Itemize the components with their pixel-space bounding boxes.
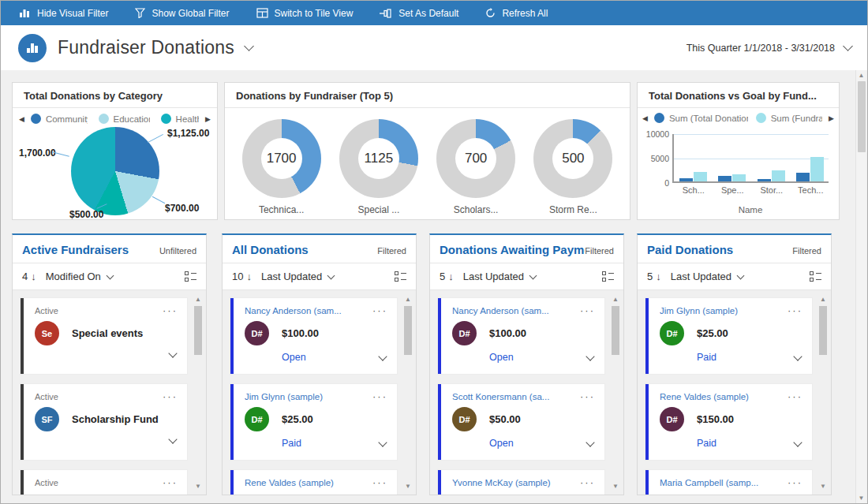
sort-field-label[interactable]: Last Updated: [261, 271, 322, 282]
detail-list-icon[interactable]: [602, 271, 614, 282]
status-link[interactable]: Open: [282, 352, 306, 363]
scroll-down-icon[interactable]: ▼: [610, 482, 621, 491]
bar[interactable]: [718, 176, 731, 181]
legend-left-arrow-icon[interactable]: ◀: [19, 115, 24, 123]
fundraiser-tile[interactable]: Active···: [21, 470, 187, 495]
legend-entry[interactable]: Sum (Fundrais: [756, 113, 822, 123]
list-scrollbar-thumb[interactable]: [612, 306, 619, 355]
scroll-up-icon[interactable]: ▲: [402, 295, 413, 304]
scroll-up-icon[interactable]: ▲: [856, 71, 866, 80]
more-options-icon[interactable]: ···: [788, 480, 803, 486]
sort-field-label[interactable]: Last Updated: [463, 271, 524, 282]
expand-chevron-icon[interactable]: [168, 349, 177, 357]
sort-direction-icon[interactable]: ↓: [246, 271, 252, 282]
list-scrollbar[interactable]: ▲▼: [193, 293, 204, 493]
dashboard-selector-chevron-icon[interactable]: [244, 41, 254, 51]
more-options-icon[interactable]: ···: [163, 394, 178, 400]
list-title[interactable]: All Donations: [232, 243, 377, 256]
bar-group[interactable]: [758, 170, 785, 181]
detail-list-icon[interactable]: [185, 271, 196, 282]
set-as-default-button[interactable]: Set As Default: [366, 1, 472, 25]
bar[interactable]: [758, 179, 771, 181]
scroll-down-icon[interactable]: ▼: [856, 494, 866, 503]
fundraiser-tile[interactable]: Active···SeSpecial events: [21, 298, 187, 374]
sort-direction-icon[interactable]: ↓: [31, 271, 36, 282]
fundraiser-tile[interactable]: Active···SFScholarship Fund: [21, 384, 187, 460]
bar-chart[interactable]: 0500010000Sch...Spe...Stor...Tech... Nam…: [638, 123, 839, 233]
expand-chevron-icon[interactable]: [378, 352, 387, 360]
more-options-icon[interactable]: ···: [580, 394, 595, 400]
bar-group[interactable]: [679, 172, 707, 181]
status-link[interactable]: Paid: [282, 438, 301, 449]
legend-left-arrow-icon[interactable]: ◀: [642, 114, 648, 122]
page-scrollbar[interactable]: ▲ ▼: [855, 70, 866, 504]
bar[interactable]: [694, 172, 707, 181]
record-name-link[interactable]: Jim Glynn (sample): [245, 392, 372, 401]
expand-chevron-icon[interactable]: [793, 438, 802, 446]
more-options-icon[interactable]: ···: [163, 308, 178, 314]
list-title[interactable]: Paid Donations: [647, 243, 792, 256]
sort-chevron-icon[interactable]: [529, 271, 537, 279]
legend-right-arrow-icon[interactable]: ▶: [829, 114, 834, 122]
expand-chevron-icon[interactable]: [378, 438, 387, 446]
list-scrollbar-thumb[interactable]: [194, 306, 202, 355]
record-name-link[interactable]: Yvonne McKay (sample): [452, 478, 580, 487]
more-options-icon[interactable]: ···: [372, 480, 387, 486]
date-range-chevron-icon[interactable]: [843, 41, 853, 51]
bar[interactable]: [679, 178, 693, 181]
hide-visual-filter-button[interactable]: Hide Visual Filter: [6, 1, 122, 25]
legend-entry[interactable]: Health: [161, 114, 199, 124]
donut-chart[interactable]: 700Scholars...: [428, 119, 523, 215]
scroll-up-icon[interactable]: ▲: [817, 295, 829, 304]
list-scrollbar[interactable]: ▲▼: [817, 293, 829, 493]
bar[interactable]: [772, 170, 785, 181]
more-options-icon[interactable]: ···: [788, 394, 803, 400]
expand-chevron-icon[interactable]: [793, 352, 802, 360]
fundraiser-tile[interactable]: Yvonne McKay (sample)···: [438, 470, 604, 495]
scroll-up-icon[interactable]: ▲: [193, 295, 204, 304]
donation-tile[interactable]: Scott Konersmann (sa...···D#$50.00Open: [438, 384, 604, 460]
expand-chevron-icon[interactable]: [168, 435, 177, 443]
pie-chart[interactable]: $1,125.00$700.00$500.001,700.00: [13, 125, 217, 218]
donut-chart[interactable]: 500Storm Re...: [526, 119, 620, 215]
record-name-link[interactable]: Nancy Anderson (sam...: [452, 306, 580, 315]
list-scrollbar-thumb[interactable]: [819, 306, 827, 355]
sort-chevron-icon[interactable]: [327, 271, 335, 279]
donation-tile[interactable]: Rene Valdes (sample)···D#$150.00Paid: [645, 384, 812, 460]
detail-list-icon[interactable]: [395, 271, 406, 282]
expand-chevron-icon[interactable]: [586, 352, 594, 360]
status-link[interactable]: Paid: [697, 352, 716, 363]
sort-field-label[interactable]: Last Updated: [671, 271, 731, 282]
fundraiser-tile[interactable]: Rene Valdes (sample)···: [230, 470, 397, 495]
status-link[interactable]: Open: [489, 438, 514, 449]
sort-chevron-icon[interactable]: [106, 271, 114, 279]
show-global-filter-button[interactable]: Show Global Filter: [122, 1, 242, 25]
bar[interactable]: [732, 174, 746, 181]
sort-direction-icon[interactable]: ↓: [656, 271, 661, 282]
donation-tile[interactable]: Nancy Anderson (sam...···D#$100.00Open: [230, 298, 397, 374]
donation-tile[interactable]: Jim Glynn (sample)···D#$25.00Paid: [230, 384, 397, 460]
expand-chevron-icon[interactable]: [586, 438, 594, 446]
fundraiser-tile[interactable]: Maria Campbell (samp...···: [645, 470, 812, 495]
sort-chevron-icon[interactable]: [737, 271, 745, 279]
list-scrollbar-thumb[interactable]: [404, 306, 412, 355]
donut-chart[interactable]: 1125Special ...: [331, 119, 426, 215]
sort-field-label[interactable]: Modified On: [46, 271, 101, 282]
scroll-down-icon[interactable]: ▼: [193, 482, 204, 491]
refresh-all-button[interactable]: Refresh All: [472, 1, 561, 25]
bar-group[interactable]: [718, 174, 746, 181]
donut-chart[interactable]: 1700Technica...: [234, 119, 329, 215]
list-scrollbar[interactable]: ▲▼: [610, 293, 621, 493]
record-name-link[interactable]: Maria Campbell (samp...: [660, 478, 788, 487]
status-link[interactable]: Open: [489, 352, 514, 363]
record-name-link[interactable]: Rene Valdes (sample): [660, 392, 788, 401]
more-options-icon[interactable]: ···: [372, 308, 387, 314]
bar[interactable]: [796, 173, 810, 181]
page-scrollbar-thumb[interactable]: [858, 81, 866, 152]
list-scrollbar[interactable]: ▲▼: [402, 293, 413, 493]
legend-entry[interactable]: Community: [31, 114, 88, 124]
legend-entry[interactable]: Sum (Total Donations): [654, 113, 748, 123]
list-title[interactable]: Donations Awaiting Payment: [440, 243, 585, 256]
list-title[interactable]: Active Fundraisers: [22, 243, 159, 256]
scroll-down-icon[interactable]: ▼: [817, 482, 829, 491]
